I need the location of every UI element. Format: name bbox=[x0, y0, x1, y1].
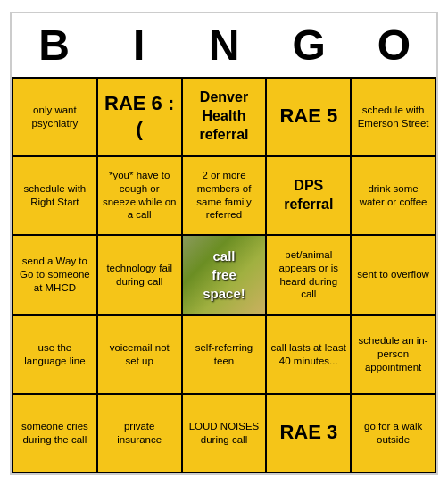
bingo-grid: only want psychiatryRAE 6 :(Denver Healt… bbox=[12, 77, 436, 473]
bingo-letter-g: G bbox=[267, 13, 352, 77]
bingo-cell-g4: call lasts at least 40 minutes... bbox=[267, 316, 352, 395]
bingo-cell-g1: RAE 5 bbox=[267, 79, 352, 157]
bingo-cell-o5: go for a walk outside bbox=[352, 395, 436, 473]
bingo-cell-g2: DPS referral bbox=[267, 157, 352, 236]
bingo-cell-n3: callfreespace! bbox=[183, 236, 268, 316]
free-space-label: callfreespace! bbox=[203, 247, 245, 303]
bingo-cell-o3: sent to overflow bbox=[352, 236, 436, 316]
bingo-cell-b3: send a Way to Go to someone at MHCD bbox=[13, 236, 98, 316]
bingo-cell-n1: Denver Health referral bbox=[183, 79, 268, 157]
bingo-cell-n5: LOUD NOISES during call bbox=[183, 395, 268, 473]
bingo-cell-b1: only want psychiatry bbox=[13, 79, 98, 157]
bingo-cell-i4: voicemail not set up bbox=[98, 316, 183, 395]
bingo-cell-n4: self-referring teen bbox=[183, 316, 268, 395]
bingo-cell-o1: schedule with Emerson Street bbox=[352, 79, 436, 157]
bingo-letter-b: B bbox=[12, 13, 96, 77]
bingo-cell-b2: schedule with Right Start bbox=[13, 157, 98, 236]
bingo-cell-i2: *you* have to cough or sneeze while on a… bbox=[98, 157, 183, 236]
bingo-cell-i1: RAE 6 :( bbox=[98, 79, 183, 157]
bingo-cell-i5: private insurance bbox=[98, 395, 183, 473]
bingo-cell-o2: drink some water or coffee bbox=[352, 157, 436, 236]
bingo-cell-o4: schedule an in-person appointment bbox=[352, 316, 436, 395]
bingo-cell-b5: someone cries during the call bbox=[13, 395, 98, 473]
bingo-letter-n: N bbox=[181, 13, 266, 77]
bingo-letter-o: O bbox=[352, 13, 436, 77]
bingo-header: BINGO bbox=[12, 13, 436, 77]
bingo-cell-g3: pet/animal appears or is heard during ca… bbox=[267, 236, 352, 316]
bingo-card: BINGO only want psychiatryRAE 6 :(Denver… bbox=[10, 12, 438, 475]
bingo-cell-n2: 2 or more members of same family referre… bbox=[183, 157, 268, 236]
bingo-cell-g5: RAE 3 bbox=[267, 395, 352, 473]
bingo-letter-i: I bbox=[96, 13, 181, 77]
bingo-cell-i3: technology fail during call bbox=[98, 236, 183, 316]
bingo-cell-b4: use the language line bbox=[13, 316, 98, 395]
